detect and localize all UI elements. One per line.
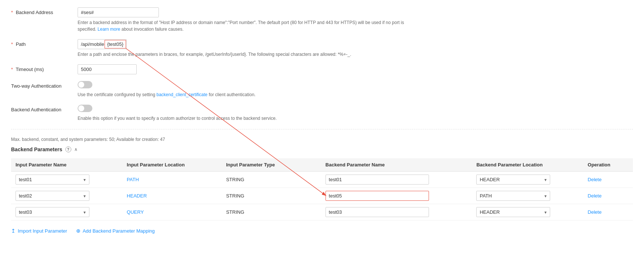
backend-name-input[interactable] bbox=[326, 175, 429, 185]
learn-more-link[interactable]: Learn more bbox=[98, 27, 120, 32]
required-star: * bbox=[11, 10, 13, 15]
backend-name-input[interactable] bbox=[326, 207, 429, 217]
table-row: test03 ▼ QUERY STRING HEADER ▼ Delete bbox=[11, 204, 633, 220]
backend-auth-label: Backend Authentication bbox=[11, 105, 78, 112]
backend-location-select-wrapper: PATH ▼ bbox=[476, 191, 550, 201]
input-name-select[interactable]: test02 bbox=[16, 191, 89, 201]
collapse-icon[interactable]: ∧ bbox=[74, 147, 78, 152]
input-type-cell: STRING bbox=[222, 188, 321, 204]
timeout-input[interactable] bbox=[78, 64, 137, 74]
path-label: * Path bbox=[11, 39, 78, 47]
two-way-auth-content: Use the certificate configured by settin… bbox=[78, 81, 633, 98]
add-mapping-button[interactable]: ⊕ Add Backend Parameter Mapping bbox=[76, 228, 155, 234]
section-divider bbox=[11, 129, 633, 129]
input-name-select-wrapper: test01 ▼ bbox=[16, 175, 89, 185]
timeout-content bbox=[78, 64, 633, 74]
input-location-text: PATH bbox=[127, 177, 139, 182]
path-hint: Enter a path and enclose the parameters … bbox=[78, 51, 410, 58]
backend-location-cell: HEADER ▼ bbox=[472, 204, 583, 220]
backend-auth-row: Backend Authentication Enable this optio… bbox=[11, 105, 633, 122]
input-name-select[interactable]: test01 bbox=[16, 175, 89, 185]
two-way-auth-label: Two-way Authentication bbox=[11, 81, 78, 89]
backend-location-select-wrapper: HEADER ▼ bbox=[476, 207, 550, 217]
path-highlighted: {test05} bbox=[105, 40, 126, 48]
table-header-row: Input Parameter Name Input Parameter Loc… bbox=[11, 158, 633, 172]
two-way-auth-row: Two-way Authentication Use the certifica… bbox=[11, 81, 633, 98]
backend-name-cell bbox=[321, 204, 472, 220]
params-table: Input Parameter Name Input Parameter Loc… bbox=[11, 158, 633, 220]
input-location-text: QUERY bbox=[127, 209, 144, 215]
backend-address-content: Enter a backend address in the format of… bbox=[78, 7, 633, 33]
backend-auth-toggle[interactable] bbox=[78, 105, 92, 112]
footer-actions: ↥ Import Input Parameter ⊕ Add Backend P… bbox=[11, 228, 633, 234]
two-way-auth-hint: Use the certificate configured by settin… bbox=[78, 91, 410, 98]
backend-location-select-wrapper: HEADER ▼ bbox=[476, 175, 550, 185]
input-name-select[interactable]: test03 bbox=[16, 207, 89, 217]
section-header: Backend Parameters ? ∧ bbox=[11, 146, 633, 152]
two-way-auth-toggle[interactable] bbox=[78, 81, 92, 88]
params-info: Max. backend, constant, and system param… bbox=[11, 137, 633, 142]
input-name-cell: test03 ▼ bbox=[11, 204, 122, 220]
path-row: * Path /api/mobile {test05} Enter a path… bbox=[11, 39, 633, 58]
cert-link[interactable]: backend_client_certificate bbox=[156, 92, 207, 97]
input-location-cell: HEADER bbox=[122, 188, 222, 204]
backend-address-hint: Enter a backend address in the format of… bbox=[78, 19, 410, 33]
col-header-operation: Operation bbox=[583, 158, 633, 172]
backend-location-select[interactable]: HEADER bbox=[476, 175, 550, 185]
input-type-cell: STRING bbox=[222, 172, 321, 188]
import-button[interactable]: ↥ Import Input Parameter bbox=[11, 228, 67, 234]
path-content: /api/mobile {test05} Enter a path and en… bbox=[78, 39, 633, 58]
input-location-text: HEADER bbox=[127, 193, 147, 199]
help-icon[interactable]: ? bbox=[65, 146, 71, 152]
input-type-text: STRING bbox=[226, 193, 244, 199]
backend-address-input[interactable] bbox=[78, 7, 159, 17]
operation-cell: Delete bbox=[583, 188, 633, 204]
import-label: Import Input Parameter bbox=[18, 228, 67, 234]
required-star-timeout: * bbox=[11, 67, 13, 72]
timeout-row: * Timeout (ms) bbox=[11, 64, 633, 74]
import-icon: ↥ bbox=[11, 228, 16, 234]
backend-location-cell: PATH ▼ bbox=[472, 188, 583, 204]
section-title: Backend Parameters bbox=[11, 146, 62, 152]
backend-address-row: * Backend Address Enter a backend addres… bbox=[11, 7, 633, 33]
table-row: test01 ▼ PATH STRING HEADER ▼ Delete bbox=[11, 172, 633, 188]
backend-auth-hint: Enable this option if you want to specif… bbox=[78, 115, 410, 122]
table-header: Input Parameter Name Input Parameter Loc… bbox=[11, 158, 633, 172]
delete-link[interactable]: Delete bbox=[588, 177, 602, 182]
backend-location-select[interactable]: HEADER bbox=[476, 207, 550, 217]
backend-name-cell bbox=[321, 188, 472, 204]
table-row: test02 ▼ HEADER STRING PATH ▼ Delete bbox=[11, 188, 633, 204]
add-icon: ⊕ bbox=[76, 228, 81, 234]
backend-auth-content: Enable this option if you want to specif… bbox=[78, 105, 633, 122]
input-name-cell: test01 ▼ bbox=[11, 172, 122, 188]
table-body: test01 ▼ PATH STRING HEADER ▼ Delete bbox=[11, 172, 633, 220]
backend-address-label: * Backend Address bbox=[11, 7, 78, 15]
col-header-input-name: Input Parameter Name bbox=[11, 158, 122, 172]
input-name-cell: test02 ▼ bbox=[11, 188, 122, 204]
main-page: * Backend Address Enter a backend addres… bbox=[0, 0, 644, 241]
input-name-select-wrapper: test03 ▼ bbox=[16, 207, 89, 217]
input-type-text: STRING bbox=[226, 177, 244, 182]
input-name-select-wrapper: test02 ▼ bbox=[16, 191, 89, 201]
operation-cell: Delete bbox=[583, 204, 633, 220]
path-prefix: /api/mobile bbox=[78, 40, 104, 49]
required-star-path: * bbox=[11, 41, 13, 47]
backend-auth-slider bbox=[78, 105, 92, 112]
col-header-input-location: Input Parameter Location bbox=[122, 158, 222, 172]
col-header-backend-location: Backend Parameter Location bbox=[472, 158, 583, 172]
operation-cell: Delete bbox=[583, 172, 633, 188]
path-display: /api/mobile {test05} bbox=[78, 39, 127, 49]
delete-link[interactable]: Delete bbox=[588, 193, 602, 199]
backend-name-input[interactable] bbox=[326, 191, 429, 201]
timeout-label: * Timeout (ms) bbox=[11, 64, 78, 72]
col-header-input-type: Input Parameter Type bbox=[222, 158, 321, 172]
input-type-text: STRING bbox=[226, 209, 244, 215]
backend-location-select[interactable]: PATH bbox=[476, 191, 550, 201]
input-location-cell: PATH bbox=[122, 172, 222, 188]
input-type-cell: STRING bbox=[222, 204, 321, 220]
add-label: Add Backend Parameter Mapping bbox=[83, 228, 155, 234]
col-header-backend-name: Backend Parameter Name bbox=[321, 158, 472, 172]
backend-name-cell bbox=[321, 172, 472, 188]
delete-link[interactable]: Delete bbox=[588, 209, 602, 215]
backend-location-cell: HEADER ▼ bbox=[472, 172, 583, 188]
